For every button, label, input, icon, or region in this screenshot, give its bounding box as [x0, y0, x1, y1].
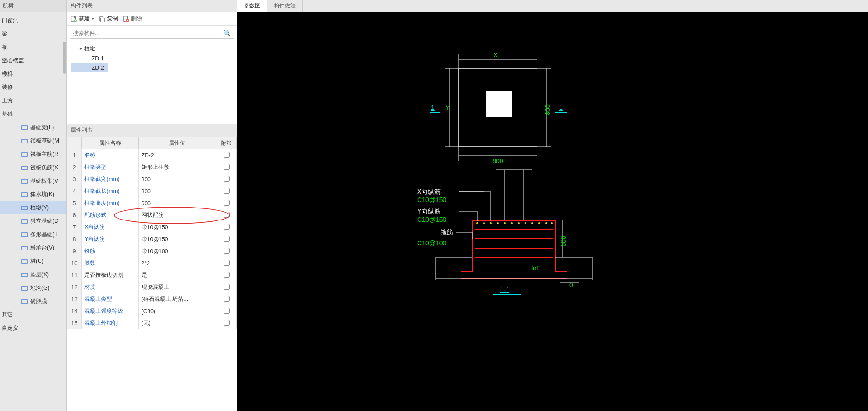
prop-extra[interactable] — [216, 221, 237, 233]
checkbox-icon[interactable] — [224, 188, 230, 194]
prop-extra[interactable] — [216, 209, 237, 221]
property-row-4[interactable]: 4柱墩截长(mm)800 — [67, 185, 237, 197]
prop-extra[interactable] — [216, 269, 237, 281]
nav-item-15[interactable]: 独立基础(D — [0, 214, 66, 228]
prop-extra[interactable] — [216, 293, 237, 305]
prop-value[interactable]: 600 — [138, 197, 216, 209]
nav-item-13[interactable]: 集水坑(K) — [0, 188, 66, 201]
checkbox-icon[interactable] — [224, 176, 230, 182]
prop-value[interactable]: ZD-2 — [138, 149, 216, 161]
checkbox-icon[interactable] — [224, 272, 230, 278]
prop-extra[interactable] — [216, 245, 237, 257]
nav-item-2[interactable]: 板 — [0, 41, 66, 54]
prop-extra[interactable] — [216, 161, 237, 173]
tab-component-method[interactable]: 构件做法 — [267, 0, 303, 12]
prop-value[interactable]: 2*2 — [138, 257, 216, 269]
nav-item-16[interactable]: 条形基础(T — [0, 228, 66, 241]
zero-label: 0 — [569, 281, 573, 289]
nav-item-9[interactable]: 筏板基础(M — [0, 134, 66, 148]
nav-item-17[interactable]: 桩承台(V) — [0, 241, 66, 255]
checkbox-icon[interactable] — [224, 296, 230, 302]
prop-value[interactable]: 是 — [138, 269, 216, 281]
prop-extra[interactable] — [216, 197, 237, 209]
checkbox-icon[interactable] — [224, 320, 230, 326]
prop-extra[interactable] — [216, 305, 237, 317]
search-box[interactable]: 🔍 — [70, 28, 234, 39]
property-row-8[interactable]: 8Y向纵筋⏀10@150 — [67, 233, 237, 245]
nav-item-21[interactable]: 砖胎膜 — [0, 295, 66, 308]
property-row-12[interactable]: 12材质现浇混凝土 — [67, 281, 237, 293]
prop-value[interactable]: 800 — [138, 185, 216, 197]
prop-value[interactable]: (碎石混凝土 坍落... — [138, 293, 216, 305]
prop-value[interactable]: 矩形上柱墩 — [138, 161, 216, 173]
nav-item-3[interactable]: 空心楼盖 — [0, 54, 66, 67]
prop-extra[interactable] — [216, 149, 237, 161]
prop-value[interactable]: ⏀10@150 — [138, 233, 216, 245]
nav-item-10[interactable]: 筏板主筋(R — [0, 148, 66, 161]
checkbox-icon[interactable] — [224, 260, 230, 266]
copy-button[interactable]: 复制 — [99, 15, 118, 23]
property-row-13[interactable]: 13混凝土类型(碎石混凝土 坍落... — [67, 293, 237, 305]
property-row-14[interactable]: 14混凝土强度等级(C30) — [67, 305, 237, 317]
checkbox-icon[interactable] — [224, 164, 230, 170]
checkbox-icon[interactable] — [224, 200, 230, 206]
property-row-7[interactable]: 7X向纵筋⏀10@150 — [67, 221, 237, 233]
checkbox-icon[interactable] — [224, 284, 230, 290]
nav-item-11[interactable]: 筏板负筋(X — [0, 161, 66, 174]
checkbox-icon[interactable] — [224, 212, 230, 218]
nav-item-4[interactable]: 楼梯 — [0, 67, 66, 81]
plan-column — [486, 91, 512, 117]
checkbox-icon[interactable] — [224, 248, 230, 254]
checkbox-icon[interactable] — [224, 224, 230, 230]
prop-value[interactable]: 网状配筋 — [138, 209, 216, 221]
nav-item-23[interactable]: 自定义 — [0, 322, 66, 335]
property-row-9[interactable]: 9箍筋⏀10@100 — [67, 245, 237, 257]
nav-item-18[interactable]: 桩(U) — [0, 255, 66, 268]
property-row-11[interactable]: 11是否按板边切割是 — [67, 269, 237, 281]
prop-extra[interactable] — [216, 233, 237, 245]
prop-value[interactable]: (无) — [138, 317, 216, 329]
checkbox-icon[interactable] — [224, 308, 230, 314]
nav-item-20[interactable]: 地沟(G) — [0, 281, 66, 295]
property-row-1[interactable]: 1名称ZD-2 — [67, 149, 237, 161]
prop-value[interactable]: ⏀10@100 — [138, 245, 216, 257]
diagram-canvas[interactable]: X Y 800 800 1 1 — [237, 12, 868, 411]
prop-extra[interactable] — [216, 317, 237, 329]
nav-item-12[interactable]: 基础板带(V — [0, 174, 66, 188]
component-item-1[interactable]: ZD-2 — [71, 63, 108, 72]
prop-value[interactable]: ⏀10@150 — [138, 221, 216, 233]
search-icon[interactable]: 🔍 — [223, 30, 231, 37]
property-row-3[interactable]: 3柱墩截宽(mm)800 — [67, 173, 237, 185]
checkbox-icon[interactable] — [224, 152, 230, 158]
prop-extra[interactable] — [216, 173, 237, 185]
prop-value[interactable]: 800 — [138, 173, 216, 185]
nav-scrollbar[interactable] — [63, 42, 66, 74]
new-button[interactable]: 新建 ▾ — [71, 15, 94, 23]
search-input[interactable] — [73, 30, 223, 36]
nav-item-5[interactable]: 装修 — [0, 81, 66, 94]
svg-point-49 — [531, 222, 533, 224]
property-row-5[interactable]: 5柱墩高度(mm)600 — [67, 197, 237, 209]
nav-item-6[interactable]: 土方 — [0, 94, 66, 107]
nav-item-22[interactable]: 其它 — [0, 308, 66, 322]
prop-value[interactable]: (C30) — [138, 305, 216, 317]
prop-extra[interactable] — [216, 257, 237, 269]
checkbox-icon[interactable] — [224, 236, 230, 242]
nav-item-8[interactable]: 基础梁(F) — [0, 121, 66, 134]
prop-extra[interactable] — [216, 185, 237, 197]
tab-param-diagram[interactable]: 参数图 — [237, 0, 267, 12]
nav-item-14[interactable]: 柱墩(Y) — [0, 201, 66, 214]
nav-item-7[interactable]: 基础 — [0, 107, 66, 121]
nav-item-1[interactable]: 梁 — [0, 27, 66, 41]
nav-item-19[interactable]: 垫层(X) — [0, 268, 66, 281]
component-item-0[interactable]: ZD-1 — [71, 54, 232, 63]
property-row-2[interactable]: 2柱墩类型矩形上柱墩 — [67, 161, 237, 173]
prop-extra[interactable] — [216, 281, 237, 293]
nav-item-0[interactable]: 门窗洞 — [0, 14, 66, 27]
prop-value[interactable]: 现浇混凝土 — [138, 281, 216, 293]
property-row-10[interactable]: 10肢数2*2 — [67, 257, 237, 269]
delete-button[interactable]: 删除 — [123, 15, 142, 23]
property-row-15[interactable]: 15混凝土外加剂(无) — [67, 317, 237, 329]
property-row-6[interactable]: 6配筋形式网状配筋 — [67, 209, 237, 221]
tree-root[interactable]: 柱墩 — [71, 43, 232, 54]
